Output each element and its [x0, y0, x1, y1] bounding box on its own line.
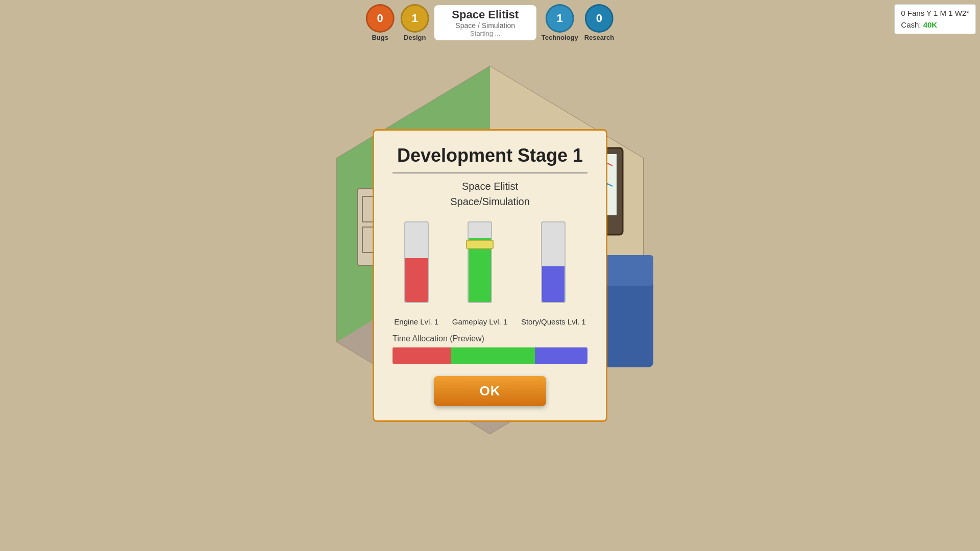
story-slider-col: Story/Quests Lvl. 1: [521, 221, 586, 326]
time-allocation-section: Time Allocation (Preview): [393, 334, 587, 364]
time-bar-story: [535, 347, 587, 364]
engine-slider-track-container[interactable]: [401, 221, 432, 313]
dialog-game-name: Space Elitist Space/Simulation: [393, 179, 587, 209]
dialog-game-title: Space Elitist: [393, 179, 587, 194]
dialog-game-genre: Space/Simulation: [393, 194, 587, 209]
gameplay-slider-col: Gameplay Lvl. 1: [452, 221, 507, 326]
gameplay-slider-track: [468, 221, 492, 303]
story-slider-fill: [542, 266, 565, 302]
story-slider-track-container[interactable]: [538, 221, 569, 313]
engine-slider-col: Engine Lvl. 1: [394, 221, 438, 326]
modal-overlay: Development Stage 1 Space Elitist Space/…: [0, 0, 980, 551]
engine-slider-fill: [405, 258, 428, 302]
story-slider-label: Story/Quests Lvl. 1: [521, 317, 586, 326]
gameplay-slider-track-container[interactable]: [464, 221, 495, 313]
time-bar-gameplay: [451, 347, 535, 364]
sliders-container: Engine Lvl. 1 Gameplay Lvl. 1: [393, 221, 587, 326]
development-stage-dialog: Development Stage 1 Space Elitist Space/…: [373, 129, 607, 422]
engine-slider-label: Engine Lvl. 1: [394, 317, 438, 326]
time-allocation-label: Time Allocation (Preview): [393, 334, 587, 343]
story-slider-track: [541, 221, 566, 303]
time-bar-container: [393, 347, 587, 364]
gameplay-slider-label: Gameplay Lvl. 1: [452, 317, 507, 326]
ok-button[interactable]: OK: [434, 376, 546, 406]
time-bar-engine: [393, 347, 451, 364]
dialog-title: Development Stage 1: [393, 145, 587, 173]
gameplay-slider-handle[interactable]: [466, 240, 494, 249]
engine-slider-track: [404, 221, 429, 303]
